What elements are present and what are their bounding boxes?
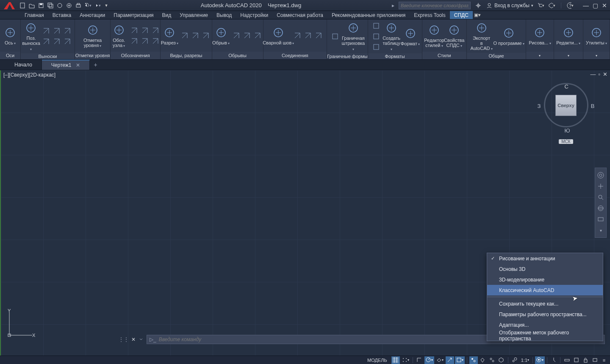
minimize-icon[interactable]: — <box>582 2 590 9</box>
mini-tool-icon[interactable] <box>330 32 340 41</box>
command-close-icon[interactable]: ✕ <box>131 336 136 342</box>
isolate-icon[interactable] <box>591 356 599 364</box>
mini-tool-icon[interactable] <box>42 26 51 36</box>
polar-icon[interactable]: ▾ <box>424 356 434 364</box>
units-icon[interactable] <box>563 356 571 364</box>
mini-tool-icon[interactable] <box>52 26 61 36</box>
anno-monitor-icon[interactable] <box>549 356 558 364</box>
tab-аннотации[interactable]: Аннотации <box>75 11 109 19</box>
close-icon[interactable]: ✕ <box>601 2 608 9</box>
menu-item[interactable]: Сохранить текущее как... <box>487 298 603 309</box>
section-button[interactable]: Разрез ▾ <box>161 26 177 46</box>
mini-tool-icon[interactable] <box>151 26 160 35</box>
doc-close-icon[interactable]: ✕ <box>603 71 607 77</box>
connectivity-icon[interactable] <box>475 2 482 9</box>
menu-item[interactable]: Классический AutoCAD <box>487 285 603 295</box>
selection-cycle-icon[interactable] <box>488 356 496 364</box>
mini-tool-icon[interactable] <box>180 31 189 40</box>
zoom-icon[interactable] <box>595 192 606 203</box>
view-cube[interactable]: С Ю З В Сверху МСК <box>541 83 591 151</box>
document-tab[interactable]: Чертеж1✕ <box>42 60 90 70</box>
mini-tool-icon[interactable] <box>232 31 241 40</box>
command-history-icon[interactable] <box>138 336 144 343</box>
style-edit-button[interactable]: Редакторстилей ▾ <box>426 23 443 48</box>
orbit-icon[interactable] <box>595 203 606 214</box>
mini-tool-icon[interactable] <box>372 32 381 41</box>
doc-minimize-icon[interactable]: — <box>590 71 596 77</box>
props-button[interactable]: СвойстваСПДС ▾ <box>445 23 463 48</box>
autosnap-icon[interactable] <box>446 356 454 364</box>
menu-item[interactable]: Параметры рабочего пространства... <box>487 309 603 320</box>
tab-вставка[interactable]: Вставка <box>48 11 76 19</box>
tab-надстройки[interactable]: Надстройки <box>236 11 272 19</box>
workspace-switch-icon[interactable]: ▾ <box>535 356 545 364</box>
lineweight-icon[interactable] <box>469 356 478 364</box>
tab-параметризация[interactable]: Параметризация <box>109 11 158 19</box>
compass-east[interactable]: В <box>591 103 595 109</box>
compass-west[interactable]: З <box>538 103 541 109</box>
sign-in-button[interactable]: Вход в службы▾ <box>486 2 533 9</box>
weld-button[interactable]: Сварной шов ▾ <box>267 26 291 46</box>
fullnav-wheel-icon[interactable] <box>595 170 606 181</box>
mini-tool-icon[interactable] <box>242 31 252 40</box>
menu-item[interactable]: Основы 3D <box>487 264 603 274</box>
scale-label[interactable]: 1:1▾ <box>520 356 530 364</box>
tab-спдс[interactable]: СПДС <box>450 11 473 19</box>
maximize-icon[interactable]: ▢ <box>591 2 599 9</box>
wcs-label[interactable]: МСК <box>559 139 573 144</box>
close-tab-icon[interactable]: ✕ <box>76 62 80 68</box>
grid-toggle-icon[interactable] <box>391 356 400 364</box>
tab-express-tools[interactable]: Express Tools <box>410 11 449 19</box>
table-create-button[interactable]: Создатьтаблицу ▾ <box>383 21 400 52</box>
customize-status-icon[interactable]: ≡ <box>600 356 608 364</box>
mini-tool-icon[interactable] <box>140 26 150 35</box>
lock-ui-icon[interactable] <box>581 356 590 364</box>
axis-button[interactable]: Ось ▾ <box>2 26 18 46</box>
ribbon-overflow-icon[interactable]: ▣▾ <box>473 11 482 19</box>
mini-tool-icon[interactable] <box>253 31 262 40</box>
compass-north[interactable]: С <box>565 83 568 90</box>
plot-icon[interactable] <box>75 2 82 9</box>
info-button[interactable]: О программе ▾ <box>495 26 522 46</box>
ortho-icon[interactable] <box>415 356 424 364</box>
web-save-icon[interactable] <box>65 2 73 9</box>
tab-вид[interactable]: Вид <box>158 11 176 19</box>
isodraft-icon[interactable]: ▾ <box>435 356 445 364</box>
undo-icon[interactable] <box>84 2 92 9</box>
add-tab-icon[interactable]: + <box>90 60 102 70</box>
util-button[interactable]: Утилиты ▾ <box>588 26 605 46</box>
quick-props-icon[interactable] <box>572 356 580 364</box>
tab-управление[interactable]: Управление <box>175 11 212 19</box>
osnap-icon[interactable]: ▾ <box>455 356 465 364</box>
break-button[interactable]: Обрыв ▾ <box>213 26 229 46</box>
pan-icon[interactable] <box>595 181 606 192</box>
mini-tool-icon[interactable] <box>303 31 313 40</box>
viewcube-top-face[interactable]: Сверху <box>555 95 577 116</box>
tab-вывод[interactable]: Вывод <box>212 11 236 19</box>
mini-tool-icon[interactable] <box>293 31 302 40</box>
mini-tool-icon[interactable] <box>52 37 61 46</box>
mini-tool-icon[interactable] <box>372 21 381 30</box>
help-icon[interactable]: ?▾ <box>567 2 574 9</box>
mini-tool-icon[interactable] <box>191 31 200 40</box>
edit-button[interactable]: Редакти... ▾ <box>558 26 579 46</box>
anno-scale-icon[interactable] <box>510 356 519 364</box>
mini-tool-icon[interactable] <box>42 37 51 46</box>
app-logo[interactable] <box>2 0 17 11</box>
mini-tool-icon[interactable] <box>314 31 323 40</box>
drawing-area[interactable]: [–][Сверху][2D-каркас] — ▫ ✕ С Ю З В Све… <box>0 70 610 356</box>
saveas-icon[interactable] <box>47 2 54 9</box>
mini-tool-icon[interactable] <box>140 36 150 46</box>
elevation-button[interactable]: Отметкауровня ▾ <box>83 23 102 48</box>
tab-совместная-работа[interactable]: Совместная работа <box>272 11 327 19</box>
3dosnap-icon[interactable] <box>497 356 506 364</box>
qat-dropdown-icon[interactable]: ▼ <box>103 2 110 9</box>
mini-tool-icon[interactable] <box>372 42 381 52</box>
hatch-button[interactable]: Граничнаяштриховка ▾ <box>342 21 364 52</box>
search-input[interactable] <box>399 2 471 9</box>
viewport-controls[interactable]: [–][Сверху][2D-каркас] <box>3 72 56 78</box>
format-button[interactable]: Формат ▾ <box>402 27 419 47</box>
menu-item[interactable]: Адаптация... <box>487 320 603 330</box>
draw-button[interactable]: Рисова... ▾ <box>530 26 549 46</box>
export-button[interactable]: Экспортв AutoCAD ▾ <box>470 21 493 51</box>
